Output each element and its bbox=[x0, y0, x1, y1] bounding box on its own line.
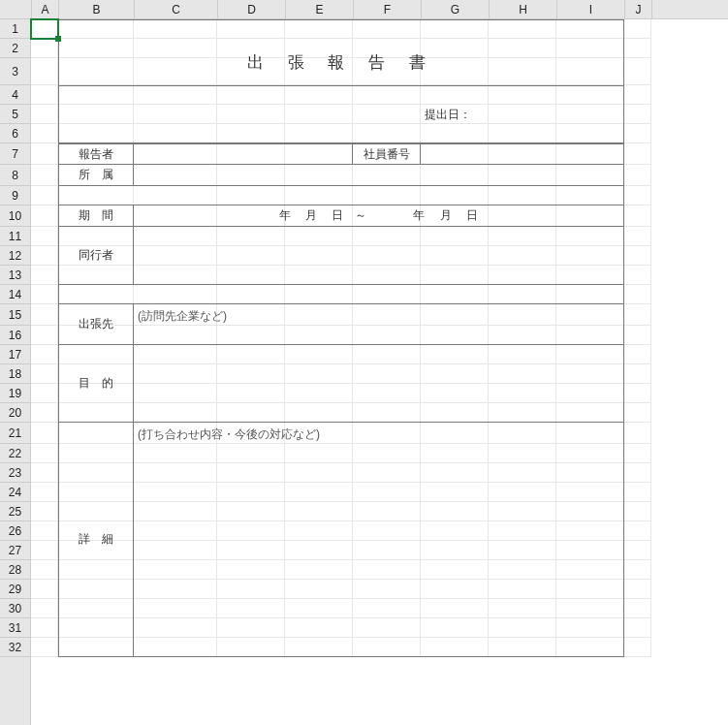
cell[interactable] bbox=[31, 580, 58, 599]
row-header-27[interactable]: 27 bbox=[0, 541, 30, 560]
cell[interactable] bbox=[624, 165, 651, 186]
cell[interactable] bbox=[624, 403, 651, 423]
cell[interactable] bbox=[624, 186, 651, 205]
cell[interactable] bbox=[624, 266, 651, 285]
cell[interactable] bbox=[31, 560, 58, 580]
row-header-28[interactable]: 28 bbox=[0, 560, 30, 580]
cell[interactable] bbox=[31, 521, 58, 541]
row-header-14[interactable]: 14 bbox=[0, 285, 30, 304]
cell[interactable] bbox=[31, 384, 58, 403]
cell[interactable] bbox=[624, 304, 651, 326]
cell[interactable] bbox=[31, 266, 58, 285]
input-companions[interactable] bbox=[134, 227, 624, 285]
row-header-30[interactable]: 30 bbox=[0, 599, 30, 618]
input-period[interactable]: 年 月 日 ～ 年 月 日 bbox=[134, 205, 624, 227]
row-header-25[interactable]: 25 bbox=[0, 502, 30, 521]
col-header-F[interactable]: F bbox=[354, 0, 422, 18]
cell[interactable] bbox=[31, 326, 58, 345]
cell[interactable] bbox=[31, 85, 58, 105]
col-header-I[interactable]: I bbox=[557, 0, 625, 18]
cell[interactable] bbox=[624, 285, 651, 304]
row-header-17[interactable]: 17 bbox=[0, 345, 30, 364]
cell[interactable] bbox=[624, 580, 651, 599]
cell[interactable] bbox=[624, 423, 651, 444]
grid-area[interactable]: 出 張 報 告 書提出日：報告者社員番号所 属期 間年 月 日 ～ 年 月 日同… bbox=[31, 19, 728, 725]
cell[interactable] bbox=[624, 521, 651, 541]
input-reporter[interactable] bbox=[134, 143, 353, 165]
cell[interactable] bbox=[624, 19, 651, 39]
cell[interactable] bbox=[31, 39, 58, 58]
cell[interactable] bbox=[624, 326, 651, 345]
cell[interactable] bbox=[624, 483, 651, 502]
row-header-4[interactable]: 4 bbox=[0, 85, 30, 105]
input-affiliation[interactable] bbox=[134, 165, 624, 186]
cell[interactable] bbox=[31, 246, 58, 266]
row-header-29[interactable]: 29 bbox=[0, 580, 30, 599]
cell[interactable] bbox=[31, 618, 58, 638]
row-header-31[interactable]: 31 bbox=[0, 618, 30, 638]
row-header-10[interactable]: 10 bbox=[0, 205, 30, 227]
cell[interactable] bbox=[624, 143, 651, 165]
cell[interactable] bbox=[624, 345, 651, 364]
row-header-26[interactable]: 26 bbox=[0, 521, 30, 541]
row-header-13[interactable]: 13 bbox=[0, 266, 30, 285]
selected-cell[interactable] bbox=[31, 19, 58, 39]
cell[interactable] bbox=[624, 638, 651, 657]
row-header-2[interactable]: 2 bbox=[0, 39, 30, 58]
row-header-8[interactable]: 8 bbox=[0, 165, 30, 186]
cell[interactable] bbox=[624, 502, 651, 521]
cell[interactable] bbox=[31, 205, 58, 227]
cell[interactable] bbox=[31, 502, 58, 521]
cell[interactable] bbox=[31, 165, 58, 186]
row-header-7[interactable]: 7 bbox=[0, 143, 30, 165]
cell[interactable] bbox=[31, 105, 58, 124]
cell[interactable] bbox=[624, 227, 651, 246]
cell[interactable] bbox=[624, 599, 651, 618]
col-header-H[interactable]: H bbox=[490, 0, 557, 18]
cell[interactable] bbox=[624, 39, 651, 58]
row-header-15[interactable]: 15 bbox=[0, 304, 30, 326]
cell[interactable] bbox=[624, 246, 651, 266]
col-header-B[interactable]: B bbox=[59, 0, 135, 18]
row-header-12[interactable]: 12 bbox=[0, 246, 30, 266]
cell[interactable] bbox=[31, 227, 58, 246]
cell[interactable] bbox=[624, 58, 651, 85]
cell[interactable] bbox=[31, 483, 58, 502]
col-header-A[interactable]: A bbox=[32, 0, 59, 18]
input-purpose[interactable] bbox=[134, 345, 624, 423]
row-header-32[interactable]: 32 bbox=[0, 638, 30, 657]
cell[interactable] bbox=[31, 58, 58, 85]
cell[interactable] bbox=[31, 638, 58, 657]
input-details[interactable] bbox=[134, 423, 624, 657]
row-header-6[interactable]: 6 bbox=[0, 124, 30, 143]
cell[interactable] bbox=[624, 618, 651, 638]
row-header-16[interactable]: 16 bbox=[0, 326, 30, 345]
col-header-G[interactable]: G bbox=[422, 0, 490, 18]
col-header-E[interactable]: E bbox=[286, 0, 354, 18]
cell[interactable] bbox=[31, 423, 58, 444]
col-header-D[interactable]: D bbox=[218, 0, 286, 18]
row-header-18[interactable]: 18 bbox=[0, 364, 30, 384]
row-header-24[interactable]: 24 bbox=[0, 483, 30, 502]
row-header-1[interactable]: 1 bbox=[0, 19, 30, 39]
input-employee-no[interactable] bbox=[421, 143, 624, 165]
col-header-C[interactable]: C bbox=[135, 0, 218, 18]
cell[interactable] bbox=[31, 599, 58, 618]
cell[interactable] bbox=[31, 541, 58, 560]
col-header-J[interactable]: J bbox=[625, 0, 652, 18]
cell[interactable] bbox=[624, 364, 651, 384]
input-destination[interactable] bbox=[134, 304, 624, 345]
cell[interactable] bbox=[624, 560, 651, 580]
cell[interactable] bbox=[31, 345, 58, 364]
cell[interactable] bbox=[624, 205, 651, 227]
row-header-9[interactable]: 9 bbox=[0, 186, 30, 205]
cell[interactable] bbox=[31, 285, 58, 304]
cell[interactable] bbox=[31, 304, 58, 326]
cell[interactable] bbox=[31, 444, 58, 463]
row-header-19[interactable]: 19 bbox=[0, 384, 30, 403]
row-header-22[interactable]: 22 bbox=[0, 444, 30, 463]
row-header-20[interactable]: 20 bbox=[0, 403, 30, 423]
cell[interactable] bbox=[624, 384, 651, 403]
row-header-3[interactable]: 3 bbox=[0, 58, 30, 85]
cell[interactable] bbox=[624, 124, 651, 143]
